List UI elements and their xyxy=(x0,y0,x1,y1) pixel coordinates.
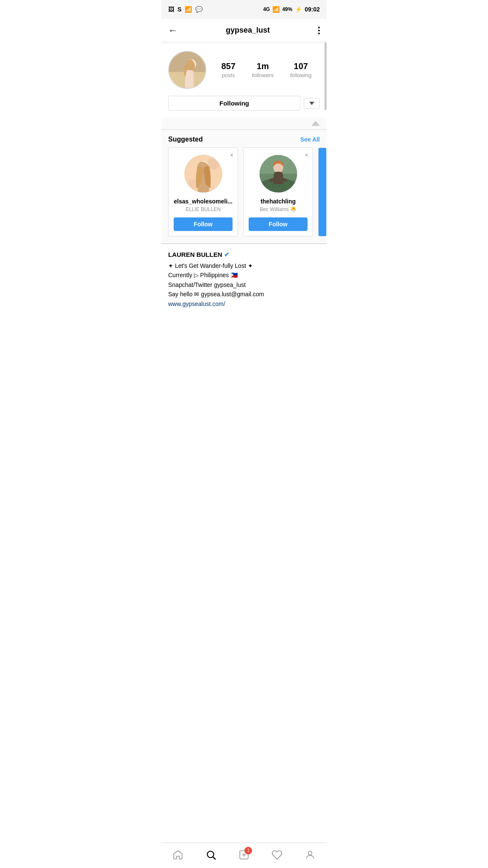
following-count: 107 xyxy=(290,61,312,71)
suggested-section: Suggested See All × xyxy=(161,129,327,244)
profile-username-header: gypsea_lust xyxy=(226,26,270,35)
card-2-realname: Bec Williams 🐣 xyxy=(260,206,297,212)
following-button[interactable]: Following xyxy=(168,96,300,111)
status-right-icons: 4G 📶 49% ⚡ 09:02 xyxy=(263,6,320,13)
bio-name: LAUREN BULLEN ✔ xyxy=(168,251,320,259)
chevron-up-icon xyxy=(311,121,320,126)
verified-badge: ✔ xyxy=(224,251,230,258)
bio-line4: Say hello ✉ gypsea.lust@gmail.com xyxy=(168,289,320,299)
card-2-username: thehatchling xyxy=(261,198,296,205)
bio-line3: Snapchat/Twitter gypsea_lust xyxy=(168,280,320,289)
posts-count: 857 xyxy=(221,61,235,71)
see-all-button[interactable]: See All xyxy=(300,136,320,143)
back-button[interactable]: ← xyxy=(168,25,177,36)
bio-website-link[interactable]: www.gypsealust.com/ xyxy=(168,299,320,309)
collapse-indicator[interactable] xyxy=(161,117,327,129)
bio-line1: ✦ Let's Get Wander-fully Lost ✦ xyxy=(168,261,320,270)
suggested-cards-list: × xyxy=(161,147,327,243)
bio-line2: Currently ▷ Philippines 🇵🇭 xyxy=(168,270,320,280)
card-1-username: elsas_wholesomeli... xyxy=(174,198,233,205)
dropdown-arrow-icon xyxy=(309,102,314,105)
dot1 xyxy=(318,27,320,28)
follow-card-1-button[interactable]: Follow xyxy=(174,217,233,231)
top-nav: ← gypsea_lust xyxy=(161,19,327,42)
time-label: 09:02 xyxy=(305,6,320,13)
battery-label: 49% xyxy=(282,6,292,12)
network-label: 4G xyxy=(263,6,270,12)
profile-avatar[interactable] xyxy=(168,51,206,89)
skype-icon: S xyxy=(177,6,181,13)
wifi-icon: 📶 xyxy=(185,6,192,13)
bio-text: ✦ Let's Get Wander-fully Lost ✦ Currentl… xyxy=(168,261,320,309)
following-stat[interactable]: 107 following xyxy=(290,61,312,79)
suggested-title: Suggested xyxy=(168,136,203,143)
posts-label: posts xyxy=(222,72,235,78)
status-bar: 🖼 S 📶 💬 4G 📶 49% ⚡ 09:02 xyxy=(161,0,327,19)
avatar-image xyxy=(169,52,205,88)
followers-stat[interactable]: 1m followers xyxy=(252,61,274,79)
bio-section: LAUREN BULLEN ✔ ✦ Let's Get Wander-fully… xyxy=(161,244,327,314)
action-row: Following xyxy=(168,96,320,111)
bio-display-name: LAUREN BULLEN xyxy=(168,251,222,258)
follow-card-2-button[interactable]: Follow xyxy=(249,217,308,231)
charging-icon: ⚡ xyxy=(295,6,302,13)
suggest-card-2: × xyxy=(243,147,313,236)
more-options-button[interactable] xyxy=(318,27,320,34)
following-dropdown-button[interactable] xyxy=(304,98,320,109)
posts-stat[interactable]: 857 posts xyxy=(221,61,235,79)
profile-top-row: 857 posts 1m followers 107 following xyxy=(168,51,320,89)
photo-icon: 🖼 xyxy=(168,6,174,13)
profile-section: 857 posts 1m followers 107 following Fol… xyxy=(161,42,327,117)
messenger-icon: 💬 xyxy=(195,6,202,13)
suggested-header: Suggested See All xyxy=(161,130,327,147)
stats-row: 857 posts 1m followers 107 following xyxy=(213,61,320,79)
scroll-indicator xyxy=(324,42,327,110)
signal-icon: 📶 xyxy=(272,6,280,13)
card-1-avatar[interactable] xyxy=(184,155,222,193)
following-label: following xyxy=(290,72,312,78)
card-2-avatar[interactable] xyxy=(259,155,297,193)
card-2-avatar-image xyxy=(260,155,297,192)
status-left-icons: 🖼 S 📶 💬 xyxy=(168,6,202,13)
card-1-realname: ELLIE BULLEN xyxy=(186,206,221,212)
followers-count: 1m xyxy=(252,61,274,71)
suggest-card-3-partial xyxy=(318,147,327,236)
dot3 xyxy=(318,33,320,34)
dot2 xyxy=(318,30,320,31)
close-card-1-button[interactable]: × xyxy=(230,152,233,158)
card-1-avatar-image xyxy=(185,155,222,192)
close-card-2-button[interactable]: × xyxy=(305,152,308,158)
followers-label: followers xyxy=(252,72,274,78)
suggest-card-1: × xyxy=(168,147,238,236)
